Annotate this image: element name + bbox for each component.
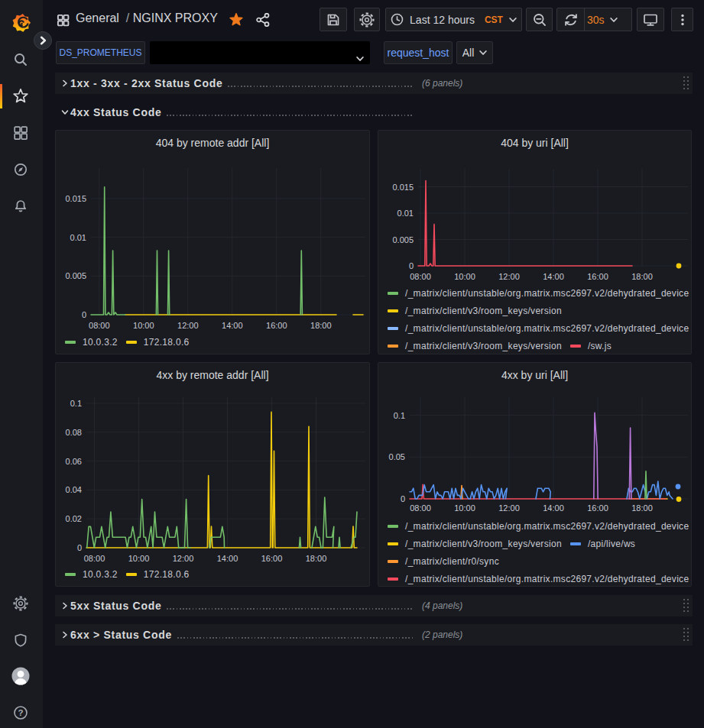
svg-text:12:00: 12:00 — [498, 503, 520, 513]
svg-text:08:00: 08:00 — [410, 272, 431, 281]
svg-text:16:00: 16:00 — [587, 272, 608, 281]
svg-text:16:00: 16:00 — [261, 554, 283, 563]
svg-text:14:00: 14:00 — [222, 321, 243, 330]
svg-text:0: 0 — [77, 543, 82, 552]
svg-text:0.1: 0.1 — [70, 399, 82, 408]
svg-text:10:00: 10:00 — [128, 554, 150, 563]
svg-text:08:00: 08:00 — [410, 503, 431, 513]
svg-text:?: ? — [18, 708, 23, 717]
svg-text:10:00: 10:00 — [454, 503, 475, 513]
svg-text:0.015: 0.015 — [392, 183, 414, 192]
svg-text:0.08: 0.08 — [66, 428, 82, 437]
svg-text:10:00: 10:00 — [133, 321, 154, 330]
svg-text:0.01: 0.01 — [70, 233, 86, 242]
svg-text:18:00: 18:00 — [631, 272, 653, 281]
svg-text:18:00: 18:00 — [306, 554, 327, 563]
svg-text:10:00: 10:00 — [454, 272, 475, 281]
svg-text:18:00: 18:00 — [631, 503, 653, 513]
svg-text:12:00: 12:00 — [498, 272, 520, 281]
svg-text:0.015: 0.015 — [65, 194, 86, 203]
svg-text:0.005: 0.005 — [392, 235, 414, 244]
svg-text:0: 0 — [82, 310, 86, 319]
svg-text:08:00: 08:00 — [84, 554, 105, 563]
svg-text:16:00: 16:00 — [587, 503, 608, 513]
svg-text:14:00: 14:00 — [217, 554, 238, 563]
svg-text:0.01: 0.01 — [397, 209, 414, 218]
svg-text:0.02: 0.02 — [66, 514, 82, 523]
svg-text:0.005: 0.005 — [65, 271, 86, 280]
svg-text:0.06: 0.06 — [66, 457, 82, 466]
svg-text:0.04: 0.04 — [66, 485, 82, 494]
svg-text:14:00: 14:00 — [543, 503, 564, 513]
svg-text:14:00: 14:00 — [543, 272, 564, 281]
svg-text:12:00: 12:00 — [177, 321, 199, 330]
svg-text:18:00: 18:00 — [310, 321, 332, 330]
svg-text:12:00: 12:00 — [173, 554, 194, 563]
svg-text:0.1: 0.1 — [394, 411, 405, 420]
svg-text:08:00: 08:00 — [89, 321, 110, 330]
svg-text:0: 0 — [409, 261, 414, 270]
svg-text:0.05: 0.05 — [389, 452, 405, 461]
svg-text:16:00: 16:00 — [266, 321, 287, 330]
svg-text:0: 0 — [401, 494, 405, 503]
